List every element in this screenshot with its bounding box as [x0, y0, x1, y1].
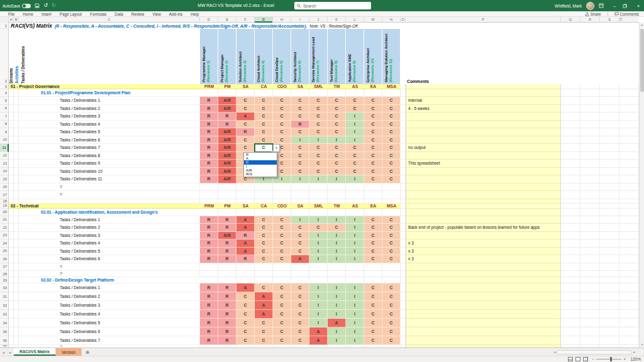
- matrix-cell[interactable]: [364, 277, 382, 283]
- role-abbr[interactable]: CDO: [273, 84, 291, 89]
- matrix-cell[interactable]: C: [328, 168, 346, 176]
- cell[interactable]: [9, 160, 14, 168]
- cell[interactable]: [9, 271, 14, 277]
- cell[interactable]: [561, 283, 580, 292]
- matrix-cell[interactable]: R: [200, 216, 218, 224]
- matrix-cell[interactable]: C: [291, 232, 309, 240]
- matrix-cell[interactable]: C: [346, 152, 364, 160]
- comment-cell[interactable]: [406, 168, 561, 176]
- matrix-cell[interactable]: R: [218, 224, 236, 232]
- matrix-cell[interactable]: C: [236, 136, 255, 145]
- column-header-A[interactable]: A: [9, 17, 14, 23]
- matrix-cell[interactable]: C: [346, 144, 364, 152]
- role-header-2[interactable]: Project Manager(Resource 2): [218, 29, 236, 84]
- matrix-cell[interactable]: C: [382, 168, 401, 176]
- matrix-cell[interactable]: C: [364, 152, 382, 160]
- comment-cell[interactable]: [406, 271, 561, 277]
- comment-cell[interactable]: x 3: [406, 248, 561, 256]
- avatar[interactable]: [586, 2, 594, 10]
- matrix-cell[interactable]: I: [328, 283, 346, 292]
- matrix-cell[interactable]: R: [218, 248, 236, 256]
- matrix-cell[interactable]: I: [309, 248, 328, 256]
- cell[interactable]: [619, 301, 639, 310]
- role-header-8[interactable]: Test Manager(Resource 8): [328, 29, 346, 84]
- cell[interactable]: [9, 184, 14, 192]
- cell[interactable]: [561, 327, 580, 336]
- matrix-cell[interactable]: [218, 191, 236, 199]
- column-header-Q[interactable]: Q: [561, 17, 580, 23]
- matrix-cell[interactable]: [364, 209, 382, 216]
- section-label[interactable]: 02 - Technical: [9, 204, 200, 209]
- matrix-cell[interactable]: I: [309, 283, 328, 292]
- cell[interactable]: [600, 175, 619, 184]
- matrix-cell[interactable]: [236, 271, 255, 277]
- cell[interactable]: [14, 121, 19, 129]
- cell[interactable]: [14, 232, 19, 240]
- matrix-cell[interactable]: R: [200, 239, 218, 248]
- cell[interactable]: [619, 89, 639, 97]
- matrix-cell[interactable]: [200, 263, 218, 272]
- matrix-cell[interactable]: C: [382, 239, 401, 248]
- cell[interactable]: [9, 277, 14, 283]
- cell[interactable]: [14, 336, 19, 345]
- share-button[interactable]: Share: [585, 12, 601, 16]
- matrix-cell[interactable]: C: [273, 105, 291, 113]
- cell[interactable]: [619, 327, 639, 336]
- role-abbr[interactable]: CDO: [273, 204, 291, 209]
- menu-tab-view[interactable]: View: [152, 12, 161, 16]
- matrix-cell[interactable]: I: [346, 232, 364, 240]
- matrix-cell[interactable]: [273, 271, 291, 277]
- matrix-cell[interactable]: [328, 277, 346, 283]
- matrix-cell[interactable]: C: [255, 112, 273, 121]
- task-label[interactable]: Tasks / Deliverables 9: [19, 160, 200, 168]
- matrix-cell[interactable]: C: [291, 301, 309, 310]
- matrix-cell[interactable]: C: [309, 128, 328, 136]
- matrix-cell[interactable]: [236, 209, 255, 216]
- matrix-cell[interactable]: A/R: [218, 175, 236, 184]
- comment-cell[interactable]: [406, 301, 561, 310]
- matrix-cell[interactable]: C: [382, 255, 401, 263]
- matrix-cell[interactable]: R: [200, 310, 218, 319]
- matrix-cell[interactable]: A: [236, 224, 255, 232]
- role-header-6[interactable]: Security Architect(Resource 6): [291, 29, 309, 84]
- menu-tab-home[interactable]: Home: [23, 12, 33, 16]
- task-label[interactable]: Tasks / Deliverables 5: [19, 319, 200, 327]
- task-label[interactable]: Tasks / Deliverables 6: [19, 255, 200, 263]
- column-header-H[interactable]: H: [273, 17, 291, 23]
- row-number[interactable]: 12: [0, 152, 9, 160]
- cell[interactable]: [600, 224, 619, 232]
- cell[interactable]: [19, 199, 200, 204]
- cell[interactable]: [580, 184, 600, 192]
- cell[interactable]: [619, 112, 639, 121]
- comment-cell[interactable]: [406, 292, 561, 301]
- column-header-R[interactable]: R: [580, 17, 600, 23]
- role-abbr[interactable]: TM: [328, 204, 346, 209]
- cell[interactable]: [9, 263, 14, 272]
- scroll-up-icon[interactable]: ▲: [640, 23, 644, 28]
- matrix-cell[interactable]: C: [364, 144, 382, 152]
- cell[interactable]: [600, 105, 619, 113]
- cell[interactable]: [580, 191, 600, 199]
- matrix-cell[interactable]: [328, 263, 346, 272]
- matrix-cell[interactable]: C: [382, 175, 401, 184]
- matrix-cell[interactable]: I: [346, 336, 364, 345]
- cell[interactable]: [580, 175, 600, 184]
- cell[interactable]: [14, 128, 19, 136]
- minimize-button[interactable]: –: [611, 4, 618, 8]
- matrix-cell[interactable]: [273, 89, 291, 97]
- matrix-cell[interactable]: R: [218, 239, 236, 248]
- cell[interactable]: [619, 224, 639, 232]
- matrix-cell[interactable]: [382, 271, 401, 277]
- cell[interactable]: [619, 271, 639, 277]
- cell[interactable]: [9, 248, 14, 256]
- matrix-cell[interactable]: [236, 263, 255, 272]
- task-label[interactable]: Tasks / Deliverables 1: [19, 216, 200, 224]
- zoom-out-icon[interactable]: −: [592, 357, 594, 361]
- cell[interactable]: [600, 152, 619, 160]
- matrix-cell[interactable]: [218, 89, 236, 97]
- cell[interactable]: [14, 216, 19, 224]
- cell[interactable]: [9, 128, 14, 136]
- matrix-cell[interactable]: R: [218, 283, 236, 292]
- comment-cell[interactable]: [406, 283, 561, 292]
- row-number[interactable]: 21: [0, 216, 9, 224]
